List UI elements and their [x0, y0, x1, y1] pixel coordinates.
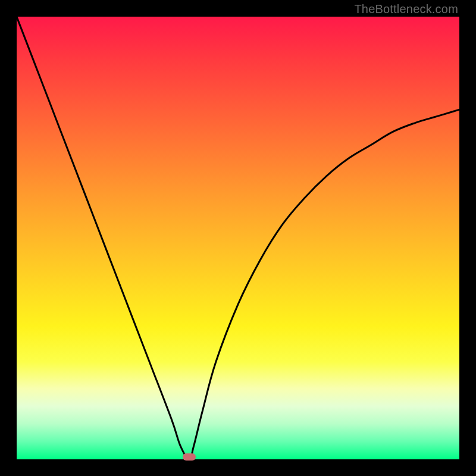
- chart-area: [17, 17, 459, 459]
- minimum-marker: [183, 453, 196, 461]
- bottleneck-curve: [17, 17, 459, 459]
- attribution-text: TheBottleneck.com: [354, 2, 458, 16]
